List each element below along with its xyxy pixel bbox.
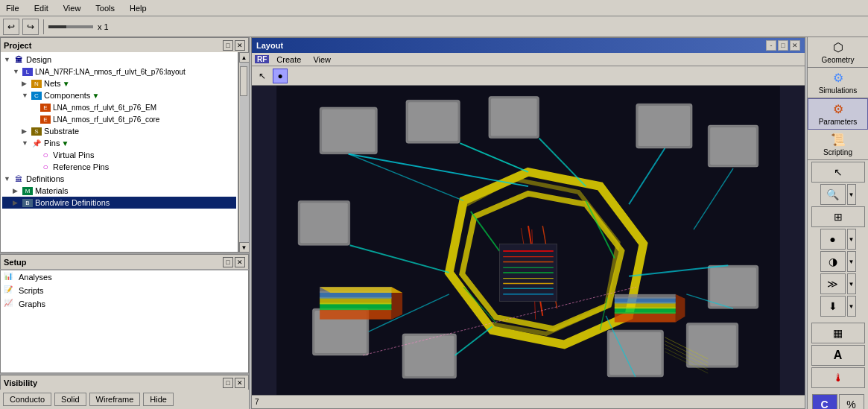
thermometer-btn[interactable]: 🌡 [811,367,865,388]
svg-rect-23 [688,325,736,365]
svg-rect-13 [300,203,348,243]
arrow-btn[interactable]: ≫ [820,273,846,294]
tab-scripting[interactable]: 📜 Scripting [808,130,868,160]
tool-row-2: ● ▼ [809,229,867,250]
half-circle-btn[interactable]: ◑ [820,251,846,272]
tree-item-materials[interactable]: ▶ M Materials [2,185,236,197]
analyses-icon: 📊 [4,272,16,282]
project-tree-scrollbar[interactable]: ▲ ▼ [238,52,249,253]
circle-btn[interactable]: ● [820,229,846,250]
grid-btn[interactable]: ⊞ [811,206,865,227]
tool-row-3: ◑ ▼ [809,251,867,272]
tab-parameters[interactable]: ⚙ Parameters [808,98,868,130]
setup-analyses[interactable]: 📊 Analyses [1,270,248,284]
zoom-dropdown-btn[interactable]: ▼ [847,184,856,205]
arrow-dropdown-btn[interactable]: ▼ [847,273,856,294]
setup-restore-btn[interactable]: □ [223,257,233,267]
setup-controls: □ ✕ [223,257,245,267]
btn-solid[interactable]: Solid [54,393,86,406]
down-dropdown-btn[interactable]: ▼ [847,296,856,317]
circle-dropdown-btn[interactable]: ▼ [847,229,856,250]
setup-close-btn[interactable]: ✕ [235,257,245,267]
menu-help[interactable]: Help [127,3,150,13]
cursor-btn[interactable]: ↖ [811,162,865,183]
tool-row-bar: ▦ [809,323,867,343]
setup-tree[interactable]: 📊 Analyses 📝 Scripts 📈 Graphs [0,269,249,373]
layout-restore-btn[interactable]: □ [778,40,788,51]
tool-row-cursor: ↖ [809,162,867,183]
rf-badge: RF [255,55,269,63]
layout-title: Layout [256,41,283,50]
layout-menu: Create View [275,54,332,65]
scroll-track[interactable] [240,63,249,242]
menu-file[interactable]: File [3,3,22,13]
project-close-btn[interactable]: ✕ [235,40,245,51]
scripts-icon: 📝 [4,285,16,296]
tree-item-nets[interactable]: ▶ N Nets ▼ [2,77,236,89]
c-btn[interactable]: C [812,394,837,409]
zoom-control: x 1 [48,22,109,31]
menu-view[interactable]: View [60,3,84,13]
visibility-title: Visibility [4,378,37,387]
menu-edit[interactable]: Edit [31,3,51,13]
text-btn[interactable]: A [811,345,865,366]
svg-rect-68 [615,294,676,299]
tree-item-bondwire[interactable]: ▶ B Bondwire Definitions [2,197,236,209]
cursor-tool-btn[interactable]: ↖ [255,69,270,83]
svg-marker-53 [320,287,402,293]
circle-tool-btn[interactable]: ● [273,69,288,83]
btn-wireframe[interactable]: Wireframe [89,393,141,406]
tree-item-reference-pins[interactable]: ○ Reference Pins [2,161,236,173]
setup-panel: Setup □ ✕ 📊 Analyses 📝 Scripts 📈 Graphs [0,253,249,373]
tab-simulations[interactable]: ⚙ Simulations [808,68,868,98]
svg-rect-17 [405,336,454,376]
layout-svg [252,86,805,395]
setup-graphs[interactable]: 📈 Graphs [1,297,248,311]
parameters-label: Parameters [819,118,858,126]
scroll-up-arrow[interactable]: ▲ [239,52,250,63]
bar-chart-btn[interactable]: ▦ [811,323,865,343]
layout-close-btn[interactable]: ✕ [790,40,800,51]
menu-tools[interactable]: Tools [92,3,118,13]
scroll-thumb[interactable] [240,66,247,96]
scripting-label: Scripting [823,148,852,156]
half-circle-dropdown-btn[interactable]: ▼ [847,251,856,272]
zoom-btn[interactable]: 🔍 [820,184,846,205]
tree-item-substrate[interactable]: ▶ S Substrate [2,125,236,137]
setup-scripts[interactable]: 📝 Scripts [1,284,248,297]
zoom-slider[interactable] [48,25,93,28]
tree-item-lna-layout[interactable]: ▼ L LNA_N7RF:LNA_nmos_rf_ulvt_6t_p76:lay… [2,66,236,77]
scroll-down-arrow[interactable]: ▼ [239,242,250,253]
visibility-close-btn[interactable]: ✕ [235,378,245,388]
layout-footer: 7 [252,395,805,408]
percent-btn[interactable]: % [839,394,864,409]
toolbar-btn-undo[interactable]: ↩ [3,19,19,35]
project-tree[interactable]: ▼ 🏛 Design ▼ L LNA_N7RF:LNA_nmos_rf_ulvt… [0,52,238,253]
menu-bar: File Edit View Tools Help [0,0,868,16]
visibility-controls: □ ✕ [223,378,245,388]
layout-minimize-btn[interactable]: - [766,40,776,51]
tree-item-lna-core[interactable]: E LNA_nmos_rf_ulvt_6t_p76_core [2,113,236,125]
tree-item-design[interactable]: ▼ 🏛 Design [2,54,236,66]
btn-conducto[interactable]: Conducto [3,393,51,406]
setup-title: Setup [4,258,27,267]
down-btn[interactable]: ⬇ [820,296,846,317]
tree-item-definitions[interactable]: ▼ 🏛 Definitions [2,173,236,185]
tab-geometry[interactable]: ⬡ Geometry [808,37,868,68]
geometry-icon: ⬡ [833,40,843,54]
tree-item-components[interactable]: ▼ C Components ▼ [2,89,236,101]
svg-rect-9 [639,106,690,146]
tree-item-lna-em[interactable]: E LNA_nmos_rf_ulvt_6t_p76_EM [2,101,236,113]
layout-menu-view[interactable]: View [311,54,332,65]
visibility-restore-btn[interactable]: □ [223,378,233,388]
toolbar-btn-redo[interactable]: ↪ [22,19,39,35]
project-restore-btn[interactable]: □ [223,40,233,51]
layout-menu-create[interactable]: Create [275,54,302,65]
layout-content[interactable] [252,86,805,395]
svg-rect-47 [320,308,392,319]
svg-rect-5 [408,102,458,141]
svg-rect-11 [710,127,756,165]
tree-item-virtual-pins[interactable]: ○ Virtual Pins [2,149,236,161]
tree-item-pins[interactable]: ▼ 📌 Pins ▼ [2,137,236,149]
btn-hide[interactable]: Hide [143,393,174,406]
